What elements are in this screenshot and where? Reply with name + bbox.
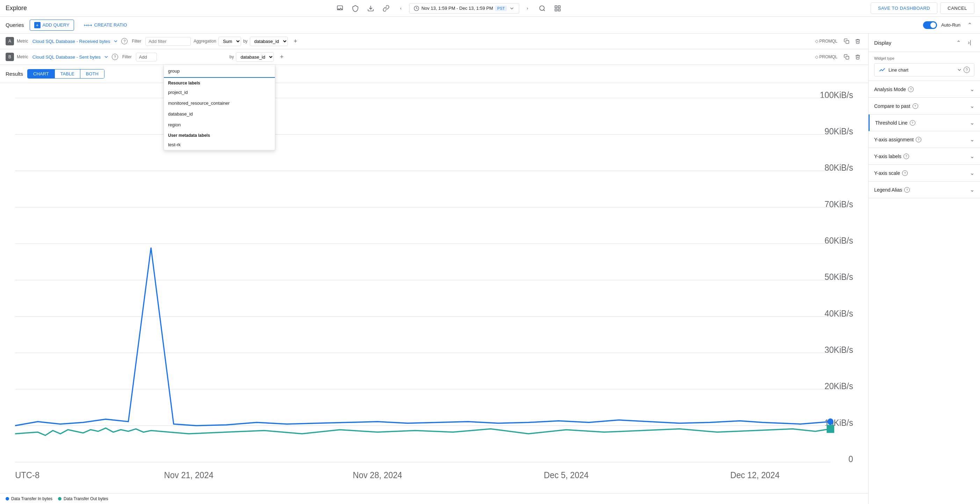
accordion-y-axis-labels-header[interactable]: Y-axis labels ? ⌄ [869, 148, 980, 165]
expand-right-btn[interactable]: ›| [965, 38, 974, 48]
accordion-threshold-line-header[interactable]: Threshold Line ? ⌄ [870, 114, 980, 131]
feedback-icon-btn[interactable] [334, 2, 346, 15]
dropdown-item-project-id[interactable]: project_id [164, 87, 275, 98]
svg-rect-7 [555, 9, 557, 11]
legend-label-in: Data Transfer In bytes [11, 496, 52, 501]
legend-alias-help-btn[interactable]: ? [904, 187, 910, 193]
svg-text:UTC-8: UTC-8 [15, 470, 40, 480]
y-axis-scale-help-btn[interactable]: ? [902, 170, 908, 176]
y-axis-assignment-help-btn[interactable]: ? [916, 137, 921, 143]
tab-both[interactable]: BOTH [80, 70, 104, 78]
legend-item-in: Data Transfer In bytes [6, 496, 52, 501]
compare-to-past-help-btn[interactable]: ? [913, 103, 918, 109]
legend-alias-chevron-icon: ⌄ [970, 186, 974, 193]
copy-b-icon [844, 54, 850, 60]
cancel-button[interactable]: CANCEL [940, 2, 974, 14]
link-icon-btn[interactable] [380, 2, 392, 15]
create-ratio-button[interactable]: ↦↦ CREATE RATIO [80, 20, 131, 30]
metric-value-a[interactable]: Cloud SQL Database - Received bytes [32, 39, 110, 44]
accordion-threshold-line: Threshold Line ? ⌄ [869, 114, 980, 131]
svg-line-4 [544, 10, 545, 11]
legend-dot-in [6, 497, 9, 501]
results-header: Results CHART TABLE BOTH [0, 65, 868, 83]
accordion-y-axis-scale-header[interactable]: Y-axis scale ? ⌄ [869, 165, 980, 181]
filter-input-b[interactable] [136, 53, 157, 62]
accordion-legend-alias-header[interactable]: Legend Alias ? ⌄ [869, 182, 980, 198]
accordion-analysis-mode-title: Analysis Mode ? [874, 87, 914, 92]
main-content: A Metric Cloud SQL Database - Received b… [0, 33, 980, 504]
dropdown-item-region[interactable]: region [164, 119, 275, 130]
widget-type-help-btn[interactable]: ? [964, 67, 970, 73]
accordion-analysis-mode-header[interactable]: Analysis Mode ? ⌄ [869, 81, 980, 97]
legend-label-out: Data Transfer Out bytes [64, 496, 108, 501]
svg-text:60KiB/s: 60KiB/s [824, 236, 853, 246]
delete-b-btn[interactable] [853, 52, 862, 62]
row-actions-b: ◇ PROMQL [812, 52, 862, 62]
time-range-btn[interactable]: Nov 13, 1:59 PM - Dec 13, 1:59 PM PST [409, 3, 519, 14]
agg-label-a: Aggregation [194, 39, 216, 44]
download-icon [367, 5, 374, 12]
metric-value-b[interactable]: Cloud SQL Database - Sent bytes [32, 54, 100, 60]
sort-up-btn[interactable]: ⌃ [953, 38, 963, 48]
promql-b-btn[interactable]: ◇ PROMQL [812, 53, 840, 61]
time-nav-arrows: ‹ [395, 3, 406, 14]
agg-label-b: by [229, 54, 234, 59]
svg-text:90KiB/s: 90KiB/s [824, 126, 853, 136]
accordion-compare-to-past: Compare to past ? ⌄ [869, 98, 980, 114]
filter-label-a: Filter [132, 39, 141, 44]
plus-icon: + [34, 22, 41, 28]
analysis-mode-help-btn[interactable]: ? [908, 87, 914, 92]
widget-type-inner: Line chart [879, 66, 908, 73]
chart-svg: 100KiB/s 90KiB/s 80KiB/s 70KiB/s 60KiB/s… [0, 86, 868, 490]
save-to-dashboard-button[interactable]: SAVE TO DASHBOARD [871, 2, 937, 14]
dropdown-item-database-id[interactable]: database_id [164, 109, 275, 119]
collapse-queries-btn[interactable]: ⌃ [965, 20, 974, 30]
copy-a-btn[interactable] [842, 36, 851, 46]
svg-rect-34 [827, 425, 834, 433]
dropdown-item-monitored-resource[interactable]: monitored_resource_container [164, 98, 275, 109]
y-axis-labels-help-btn[interactable]: ? [904, 154, 909, 159]
results-tabs: CHART TABLE BOTH [27, 69, 105, 79]
zoom-icon-btn[interactable] [536, 2, 549, 15]
filter-input-a[interactable] [145, 37, 191, 46]
query-badge-b: B [6, 53, 14, 61]
accordion-y-axis-assignment-header[interactable]: Y-axis assignment ? ⌄ [869, 131, 980, 147]
auto-run-toggle[interactable] [923, 21, 937, 29]
download-icon-btn[interactable] [364, 2, 377, 15]
accordion-threshold-line-title: Threshold Line ? [875, 120, 915, 126]
auto-run-label: Auto-Run [941, 22, 961, 28]
tab-chart[interactable]: CHART [28, 70, 55, 78]
metric-a-help-btn[interactable]: ? [121, 38, 127, 44]
query-row-b: B Metric Cloud SQL Database - Sent bytes… [0, 49, 868, 65]
add-filter-a-btn[interactable]: + [291, 36, 301, 46]
promql-a-btn[interactable]: ◇ PROMQL [812, 37, 840, 45]
prev-time-btn[interactable]: ‹ [395, 3, 406, 14]
dropdown-section2-label: User metadata labels [164, 130, 275, 139]
queries-bar: Queries + ADD QUERY ↦↦ CREATE RATIO Auto… [0, 17, 980, 33]
agg-select-a[interactable]: Sum [218, 36, 241, 46]
svg-rect-6 [558, 6, 560, 8]
by-select-b[interactable]: database_id [236, 52, 274, 62]
save-monitoring-icon-btn[interactable] [349, 2, 362, 15]
next-time-btn[interactable]: › [522, 3, 533, 14]
widget-type-select[interactable]: Line chart ? [874, 63, 974, 76]
tab-table[interactable]: TABLE [55, 70, 80, 78]
svg-text:Nov 21, 2024: Nov 21, 2024 [164, 470, 213, 480]
app-title: Explore [6, 5, 27, 12]
metric-b-help-btn[interactable]: ? [112, 54, 118, 60]
by-select-a[interactable]: database_id [250, 36, 288, 46]
add-filter-b-btn[interactable]: + [277, 52, 286, 62]
analysis-mode-chevron-icon: ⌄ [970, 86, 974, 92]
add-query-button[interactable]: + ADD QUERY [30, 19, 74, 31]
accordion-y-axis-labels: Y-axis labels ? ⌄ [869, 148, 980, 165]
svg-rect-8 [558, 9, 560, 11]
copy-b-btn[interactable] [842, 52, 851, 62]
accordion-y-axis-scale: Y-axis scale ? ⌄ [869, 165, 980, 182]
grid-icon-btn[interactable] [551, 2, 564, 15]
accordion-analysis-mode: Analysis Mode ? ⌄ [869, 81, 980, 98]
dropdown-search-input[interactable] [164, 65, 275, 78]
dropdown-item-test-rk[interactable]: test-rk [164, 139, 275, 150]
delete-a-btn[interactable] [853, 36, 862, 46]
threshold-line-help-btn[interactable]: ? [910, 120, 915, 126]
accordion-compare-to-past-header[interactable]: Compare to past ? ⌄ [869, 98, 980, 114]
